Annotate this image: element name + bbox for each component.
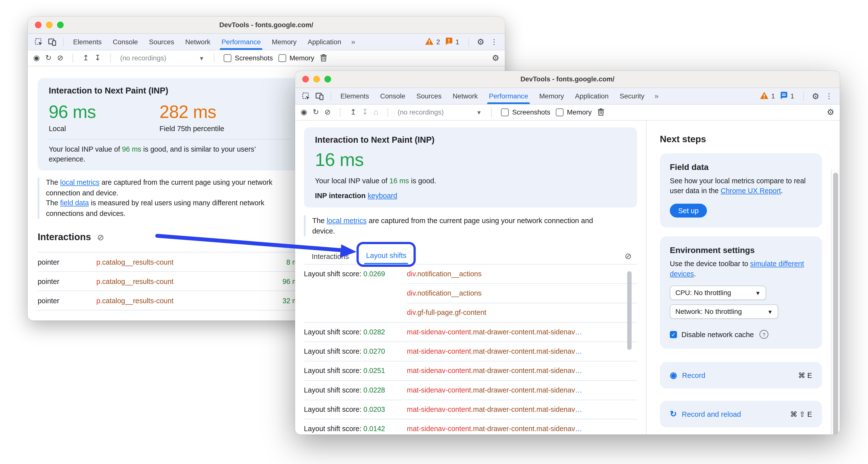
collect-garbage-icon[interactable]: [597, 107, 604, 117]
warning-count[interactable]: 1: [771, 92, 775, 100]
memory-checkbox[interactable]: Memory: [278, 54, 314, 62]
tab-network[interactable]: Network: [447, 88, 483, 104]
home-icon[interactable]: ⌂: [374, 109, 378, 116]
tab-memory[interactable]: Memory: [266, 34, 302, 50]
issues-icon[interactable]: [445, 37, 453, 47]
settings-gear-icon[interactable]: ⚙: [812, 91, 819, 101]
checkbox-box[interactable]: [501, 109, 509, 116]
kebab-menu-icon[interactable]: ⋮: [826, 92, 833, 100]
device-toolbar-icon[interactable]: [48, 38, 57, 45]
culprit-link[interactable]: div.notification__actions: [407, 284, 637, 303]
tab-elements[interactable]: Elements: [335, 88, 374, 104]
divider: [49, 139, 291, 140]
warning-icon[interactable]: [760, 92, 769, 100]
settings-gear-icon[interactable]: ⚙: [477, 37, 484, 47]
capture-settings-gear-icon[interactable]: ⚙: [492, 53, 499, 63]
network-throttling-select[interactable]: Network: No throttling ▼: [670, 305, 778, 319]
interaction-row: pointerp.catalog__results-count96 ms: [38, 272, 302, 291]
tab-performance[interactable]: Performance: [483, 88, 534, 104]
screenshots-checkbox[interactable]: Screenshots: [224, 54, 273, 62]
checkbox-box[interactable]: [556, 109, 563, 116]
recordings-dropdown[interactable]: (no recordings) ▼: [398, 109, 482, 116]
tab-console[interactable]: Console: [374, 88, 411, 104]
record-and-reload-icon[interactable]: ↻: [313, 109, 319, 116]
more-tabs-icon[interactable]: »: [654, 92, 658, 100]
tab-application[interactable]: Application: [302, 34, 346, 50]
checkbox-box[interactable]: [224, 54, 231, 62]
window-scrollbar-thumb[interactable]: [833, 173, 838, 435]
record-and-reload-icon[interactable]: ↻: [45, 54, 52, 62]
inspect-element-icon[interactable]: [35, 38, 42, 45]
load-profile-icon[interactable]: ↥: [83, 54, 89, 62]
interaction-target-link[interactable]: p.catalog__results-count: [96, 258, 286, 266]
field-data-link[interactable]: field data: [60, 198, 89, 207]
close-window-button[interactable]: [35, 22, 41, 28]
tab-layout-shifts[interactable]: Layout shifts: [364, 248, 408, 264]
inspect-element-icon[interactable]: [302, 92, 310, 100]
device-toolbar-icon[interactable]: [316, 92, 324, 100]
load-profile-icon[interactable]: ↥: [350, 109, 356, 116]
culprit-link[interactable]: mat-sidenav-content.mat-drawer-content.m…: [407, 342, 637, 361]
local-metrics-link[interactable]: local metrics: [327, 216, 367, 225]
minimize-window-button[interactable]: [46, 22, 53, 28]
tab-console[interactable]: Console: [107, 34, 144, 50]
culprit-link[interactable]: mat-sidenav-content.mat-drawer-content.m…: [407, 400, 637, 419]
tab-elements[interactable]: Elements: [67, 34, 107, 50]
inp-interaction-link[interactable]: keyboard: [368, 191, 397, 200]
interaction-target-link[interactable]: p.catalog__results-count: [96, 296, 282, 305]
help-icon[interactable]: ?: [760, 330, 768, 339]
screenshots-checkbox[interactable]: Screenshots: [501, 109, 550, 116]
layout-shift-row: Layout shift score: 0.0269div.notificati…: [304, 265, 637, 323]
traffic-lights[interactable]: [35, 22, 64, 28]
cpu-throttling-select[interactable]: CPU: No throttling ▼: [670, 286, 766, 300]
record-icon[interactable]: ◉: [301, 109, 307, 116]
culprit-link[interactable]: mat-sidenav-content.mat-drawer-content.m…: [407, 361, 637, 380]
tab-memory[interactable]: Memory: [533, 88, 569, 104]
record-icon[interactable]: ◉: [33, 54, 39, 62]
list-scrollbar-thumb[interactable]: [627, 271, 632, 350]
close-window-button[interactable]: [302, 76, 309, 83]
zoom-window-button[interactable]: [324, 76, 331, 83]
zoom-window-button[interactable]: [57, 22, 64, 28]
tab-sources[interactable]: Sources: [411, 88, 447, 104]
issues-count[interactable]: 1: [456, 38, 459, 45]
more-tabs-icon[interactable]: »: [351, 38, 355, 46]
save-profile-icon[interactable]: ↧: [94, 54, 101, 62]
tab-interactions[interactable]: Interactions: [310, 249, 350, 264]
tab-network[interactable]: Network: [180, 34, 216, 50]
tab-sources[interactable]: Sources: [144, 34, 180, 50]
culprit-link[interactable]: mat-sidenav-content.mat-drawer-content.m…: [407, 381, 637, 400]
console-messages-icon[interactable]: [780, 91, 787, 101]
chrome-ux-report-link[interactable]: Chrome UX Report: [720, 186, 781, 195]
set-up-button[interactable]: Set up: [670, 204, 707, 218]
culprit-link[interactable]: mat-sidenav-content.mat-drawer-content.m…: [407, 323, 637, 342]
disable-network-cache-checkbox[interactable]: ✓: [670, 331, 677, 338]
clear-log-icon[interactable]: ⊘: [97, 233, 104, 242]
collect-garbage-icon[interactable]: [320, 54, 327, 63]
checkbox-box[interactable]: [278, 54, 286, 62]
warning-icon[interactable]: [425, 37, 434, 46]
tab-performance[interactable]: Performance: [216, 34, 267, 50]
kebab-menu-icon[interactable]: ⋮: [491, 38, 498, 46]
record-and-reload-action-card[interactable]: ↻ Record and reload ⌘ ⇧ E: [660, 401, 822, 427]
messages-count[interactable]: 1: [790, 92, 794, 100]
memory-checkbox[interactable]: Memory: [556, 109, 592, 116]
culprit-link[interactable]: div.notification__actions: [407, 265, 637, 284]
interaction-target-link[interactable]: p.catalog__results-count: [96, 277, 282, 285]
save-profile-icon[interactable]: ↧: [362, 109, 368, 116]
recordings-dropdown[interactable]: (no recordings) ▼: [120, 54, 204, 62]
minimize-window-button[interactable]: [313, 76, 320, 83]
clear-log-icon[interactable]: ⊘: [625, 251, 631, 264]
culprit-link[interactable]: div.gf-full-page.gf-content: [407, 303, 637, 322]
local-metrics-link[interactable]: local metrics: [60, 178, 99, 187]
clear-icon[interactable]: ⊘: [324, 109, 331, 116]
record-action-card[interactable]: ◉ Record ⌘ E: [660, 362, 822, 389]
window-scrollbar-track[interactable]: [831, 169, 840, 435]
warning-count[interactable]: 2: [436, 38, 440, 45]
tab-security[interactable]: Security: [614, 88, 650, 104]
traffic-lights[interactable]: [302, 76, 331, 83]
capture-settings-gear-icon[interactable]: ⚙: [827, 107, 834, 117]
culprit-link[interactable]: mat-sidenav-content.mat-drawer-content.m…: [407, 420, 637, 434]
clear-icon[interactable]: ⊘: [57, 54, 63, 62]
tab-application[interactable]: Application: [569, 88, 614, 104]
